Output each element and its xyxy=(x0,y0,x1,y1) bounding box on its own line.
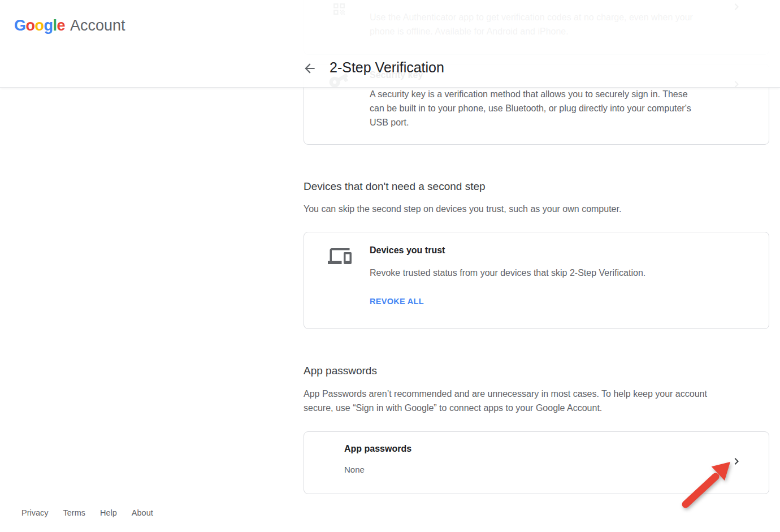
app-passwords-value: None xyxy=(344,465,365,474)
arrow-back-icon xyxy=(302,61,317,76)
devices-you-trust-title: Devices you trust xyxy=(370,245,445,256)
logo-letter: o xyxy=(35,17,44,34)
devices-icon xyxy=(328,244,352,270)
logo-letter: o xyxy=(26,17,35,34)
section-heading-trusted-devices: Devices that don't need a second step xyxy=(304,180,486,193)
app-passwords-title: App passwords xyxy=(344,444,411,454)
google-account-logo[interactable]: GoogleAccount xyxy=(14,17,125,34)
security-key-description: A security key is a verification method … xyxy=(370,87,691,129)
logo-product-name: Account xyxy=(70,17,125,34)
revoke-all-button[interactable]: REVOKE ALL xyxy=(370,297,424,306)
back-button[interactable] xyxy=(302,61,318,77)
page: Use the Authenticator app to get verific… xyxy=(0,0,780,532)
footer-link-about[interactable]: About xyxy=(132,508,153,517)
devices-you-trust-card: Devices you trust Revoke trusted status … xyxy=(304,232,769,329)
logo-letter: G xyxy=(14,17,26,34)
logo-letter: l xyxy=(53,17,57,34)
footer-link-terms[interactable]: Terms xyxy=(63,508,85,517)
app-header: GoogleAccount 2-Step Verification xyxy=(0,0,780,88)
section-description-trusted-devices: You can skip the second step on devices … xyxy=(304,202,621,216)
footer-link-privacy[interactable]: Privacy xyxy=(21,508,49,517)
section-description-app-passwords: App Passwords aren’t recommended and are… xyxy=(304,387,707,415)
page-title: 2-Step Verification xyxy=(330,59,444,76)
footer-link-help[interactable]: Help xyxy=(100,508,117,517)
section-heading-app-passwords: App passwords xyxy=(304,365,377,377)
devices-you-trust-description: Revoke trusted status from your devices … xyxy=(370,266,645,280)
logo-letter: e xyxy=(57,17,66,34)
footer: Privacy Terms Help About xyxy=(21,508,153,517)
logo-letter: g xyxy=(44,17,53,34)
annotation-arrow xyxy=(673,452,740,520)
